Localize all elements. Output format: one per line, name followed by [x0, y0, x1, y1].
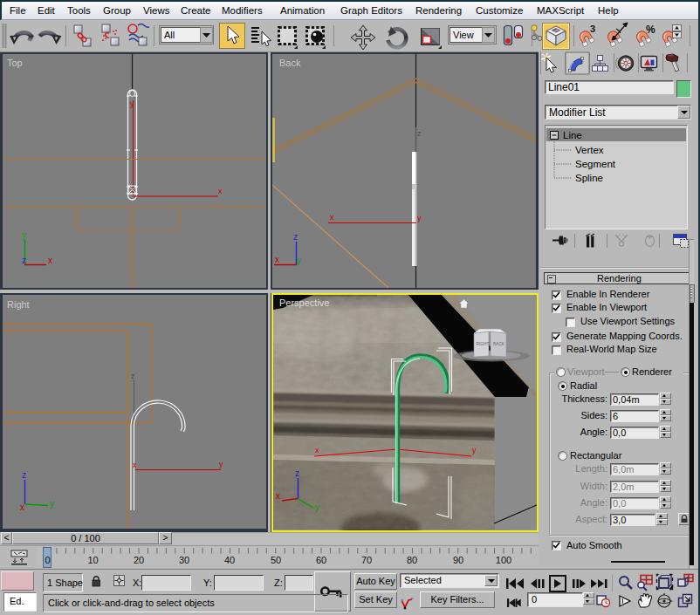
svg-text:Perspective: Perspective — [279, 297, 329, 308]
svg-text:30: 30 — [179, 555, 189, 565]
svg-text:y: y — [472, 446, 477, 454]
svg-text:y: y — [417, 214, 422, 222]
svg-text:Line: Line — [563, 130, 582, 140]
svg-text:z: z — [22, 470, 26, 480]
svg-text:%: % — [646, 24, 655, 36]
svg-text:60: 60 — [316, 555, 326, 565]
svg-text:10: 10 — [87, 555, 98, 565]
svg-text:x: x — [330, 213, 334, 222]
svg-text:Top: Top — [7, 58, 23, 68]
svg-text:z: z — [417, 129, 422, 138]
svg-text:70: 70 — [361, 555, 372, 565]
svg-text:x: x — [315, 446, 319, 454]
svg-text:Segment: Segment — [575, 159, 616, 169]
svg-text:y: y — [315, 502, 319, 512]
svg-text:y: y — [50, 499, 54, 509]
svg-text:z: z — [295, 468, 299, 478]
svg-text:x: x — [133, 461, 137, 469]
svg-text:20: 20 — [134, 555, 144, 565]
svg-text:z: z — [131, 372, 135, 380]
svg-text:x: x — [48, 256, 52, 265]
svg-text:0: 0 — [45, 555, 50, 565]
svg-text:50: 50 — [271, 555, 281, 565]
svg-text:40: 40 — [224, 555, 235, 565]
svg-text:Vertex: Vertex — [575, 145, 604, 155]
svg-text:90: 90 — [453, 555, 463, 565]
svg-text:RIGHT: RIGHT — [477, 342, 490, 346]
svg-text:x: x — [275, 255, 279, 264]
svg-text:100: 100 — [496, 555, 511, 565]
svg-text:y: y — [219, 460, 223, 468]
svg-text:80: 80 — [407, 555, 417, 565]
svg-text:y: y — [22, 230, 26, 240]
svg-text:Back: Back — [279, 58, 301, 68]
svg-text:z: z — [293, 232, 298, 242]
svg-text:Spline: Spline — [575, 173, 603, 183]
svg-text:All: All — [164, 30, 175, 40]
svg-text:Right: Right — [7, 299, 30, 310]
svg-text:3: 3 — [590, 24, 595, 34]
svg-text:y: y — [297, 256, 301, 265]
svg-text:x: x — [276, 491, 280, 501]
svg-text:z: z — [22, 256, 26, 265]
svg-text:y: y — [130, 99, 134, 108]
svg-text:View: View — [453, 30, 474, 40]
svg-text:x: x — [218, 187, 223, 195]
svg-text:x: x — [20, 502, 24, 512]
svg-text:BACK: BACK — [493, 342, 505, 346]
